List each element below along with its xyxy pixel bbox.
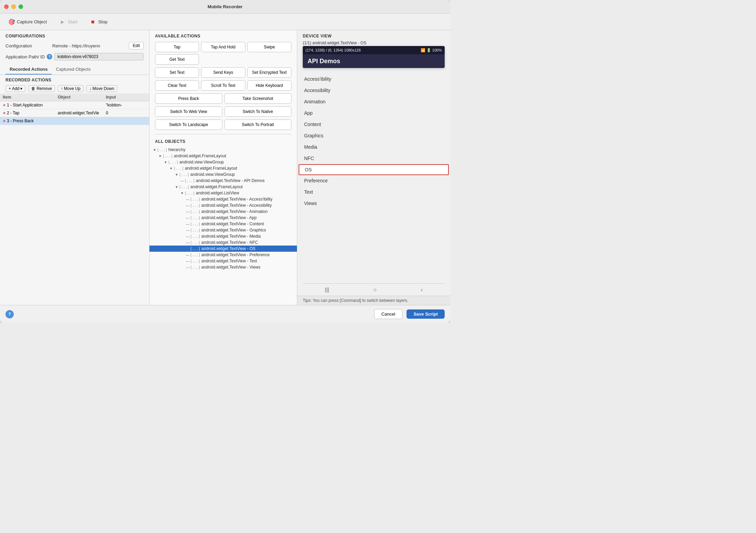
maximize-button[interactable] xyxy=(19,4,23,9)
device-list-item[interactable]: Media xyxy=(297,141,450,153)
swipe-button[interactable]: Swipe xyxy=(247,42,291,52)
move-up-button[interactable]: ↑ Move Up xyxy=(58,85,84,92)
start-button[interactable]: ▶ Start xyxy=(56,17,80,27)
tree-node[interactable]: ▼[...]android.widget.ListView xyxy=(149,190,297,196)
right-panel: DEVICE VIEW (1/1) android.widget.TextVie… xyxy=(297,30,450,305)
scroll-to-text-button[interactable]: Scroll To Text xyxy=(201,80,245,91)
table-row[interactable]: ✕ 2 - Tap android.widget.TextVie 0 xyxy=(0,109,149,117)
device-list-item[interactable]: App xyxy=(297,107,450,119)
tree-toggle-icon: — xyxy=(185,210,190,214)
move-up-label: Move Up xyxy=(64,86,80,91)
col-input: Input xyxy=(106,95,133,100)
table-header: Item Object Input xyxy=(0,93,149,101)
capture-label: Capture Object xyxy=(17,19,47,24)
tree-node[interactable]: ▼[...]android.view.ViewGroup xyxy=(149,159,297,165)
nav-back-icon[interactable]: ‹ xyxy=(421,287,422,293)
save-script-button[interactable]: Save Script xyxy=(407,309,445,319)
tab-recorded-actions[interactable]: Recorded Actions xyxy=(5,65,52,75)
device-list-item[interactable]: Accessibility xyxy=(297,85,450,96)
device-list-item[interactable]: OS xyxy=(299,164,449,175)
col-item: Item xyxy=(3,95,58,100)
remove-button[interactable]: 🗑 Remove xyxy=(28,85,55,92)
tree-node[interactable]: ▼[...]hierarchy xyxy=(149,147,297,153)
add-label: Add xyxy=(12,86,19,91)
add-button[interactable]: + Add ▾ xyxy=(5,85,25,92)
node-type-icon: [...] xyxy=(190,247,200,251)
device-list-item[interactable]: Text xyxy=(297,186,450,198)
tree-node[interactable]: —[...]android.widget.TextView - Graphics xyxy=(149,227,297,233)
device-list-item[interactable]: Preference xyxy=(297,175,450,186)
table-row[interactable]: ✕ 3 - Press Back xyxy=(0,117,149,125)
row-2-item: ✕ 2 - Tap xyxy=(3,111,58,115)
tree-node[interactable]: ▼[...]android.widget.FrameLayout xyxy=(149,165,297,171)
stop-button[interactable]: ⏹ Stop xyxy=(87,17,110,27)
move-down-button[interactable]: ↓ Move Down xyxy=(86,85,117,92)
node-label: android.widget.TextView - Animation xyxy=(201,209,268,214)
cancel-button[interactable]: Cancel xyxy=(374,309,402,319)
hide-keyboard-button[interactable]: Hide Keyboard xyxy=(247,80,291,91)
config-label: Configuration xyxy=(5,43,50,48)
help-button[interactable]: ? xyxy=(5,310,14,318)
device-list[interactable]: Access'ibilityAccessibilityAnimationAppC… xyxy=(297,71,450,283)
start-icon: ▶ xyxy=(59,19,66,25)
node-label: android.widget.ListView xyxy=(196,191,239,195)
node-type-icon: [...] xyxy=(185,191,195,195)
table-row[interactable]: ✕ 1 - Start Application "kobiton- xyxy=(0,101,149,109)
tree-toggle-icon: ▼ xyxy=(152,148,157,152)
tree-node[interactable]: —[...]android.widget.TextView - Accessib… xyxy=(149,202,297,208)
node-type-icon: [...] xyxy=(190,241,200,245)
tree-node[interactable]: —[...]android.widget.TextView - OS xyxy=(149,246,297,252)
node-type-icon: [...] xyxy=(190,210,200,214)
help-icon[interactable]: ? xyxy=(47,54,52,59)
node-type-icon: [...] xyxy=(185,179,195,183)
edit-button[interactable]: Edit xyxy=(129,42,144,49)
clear-text-button[interactable]: Clear Text xyxy=(155,80,199,91)
tree-node[interactable]: —[...]android.widget.TextView - Views xyxy=(149,264,297,270)
tree-node[interactable]: —[...]android.widget.TextView - Text xyxy=(149,258,297,264)
press-back-button[interactable]: Press Back xyxy=(155,93,222,104)
tree-node[interactable]: ▼[...]android.widget.FrameLayout xyxy=(149,153,297,159)
device-list-item[interactable]: Access'ibility xyxy=(297,73,450,85)
node-type-icon: [...] xyxy=(163,154,173,158)
switch-to-web-view-button[interactable]: Switch To Web View xyxy=(155,106,222,117)
device-list-item[interactable]: Animation xyxy=(297,96,450,107)
tree-node[interactable]: —[...]android.widget.TextView - Access'i… xyxy=(149,196,297,202)
middle-panel: AVAILABLE ACTIONS Tap Tap And Hold Swipe… xyxy=(149,30,297,305)
device-list-item[interactable]: Graphics xyxy=(297,130,450,141)
nav-menu-icon[interactable]: ||| xyxy=(325,287,329,293)
tree-node[interactable]: —[...]android.widget.TextView - App xyxy=(149,215,297,221)
capture-object-button[interactable]: 🎯 Capture Object xyxy=(5,17,49,27)
tree-node[interactable]: —[...]android.widget.TextView - Media xyxy=(149,233,297,239)
device-list-item[interactable]: NFC xyxy=(297,153,450,164)
tree-node[interactable]: —[...]android.widget.TextView - Content xyxy=(149,221,297,227)
config-grid: Configuration Remote - https://truyenn E… xyxy=(0,40,149,52)
tree-node[interactable]: ▼[...]android.widget.FrameLayout xyxy=(149,184,297,190)
nav-home-icon[interactable]: ○ xyxy=(373,287,377,293)
set-encrypted-text-button[interactable]: Set Encrypted Text xyxy=(247,67,291,78)
set-text-button[interactable]: Set Text xyxy=(155,67,199,78)
tap-and-hold-button[interactable]: Tap And Hold xyxy=(201,42,245,52)
minimize-button[interactable] xyxy=(11,4,16,9)
tap-button[interactable]: Tap xyxy=(155,42,199,52)
node-type-icon: [...] xyxy=(190,222,200,226)
send-keys-button[interactable]: Send Keys xyxy=(201,67,245,78)
row-2-input: 0 xyxy=(106,111,133,115)
main-window: Mobile Recorder 🎯 Capture Object ▶ Start… xyxy=(0,0,450,323)
get-text-button[interactable]: Get Text xyxy=(155,54,199,65)
tree-node[interactable]: ▼[...]android.view.ViewGroup xyxy=(149,171,297,178)
switch-to-portrait-button[interactable]: Switch To Portrait xyxy=(224,120,292,130)
bottom-bar: ? Cancel Save Script xyxy=(0,305,450,323)
switch-to-native-button[interactable]: Switch To Native xyxy=(224,106,292,117)
tree-node[interactable]: —[...]android.widget.TextView - Preferen… xyxy=(149,252,297,258)
tree-node[interactable]: —[...]android.widget.TextView - Animatio… xyxy=(149,208,297,215)
tree-node[interactable]: —[...]android.widget.TextView - API Demo… xyxy=(149,178,297,184)
app-path-input[interactable] xyxy=(54,53,144,60)
tree-node[interactable]: —[...]android.widget.TextView - NFC xyxy=(149,239,297,246)
switch-to-landscape-button[interactable]: Switch To Landscape xyxy=(155,120,222,130)
actions-row-2: Set Text Send Keys Set Encrypted Text xyxy=(149,66,297,79)
take-screenshot-button[interactable]: Take Screenshot xyxy=(224,93,292,104)
close-button[interactable] xyxy=(4,4,9,9)
tab-captured-objects[interactable]: Captured Objects xyxy=(52,65,95,75)
device-list-item[interactable]: Views xyxy=(297,198,450,209)
device-list-item[interactable]: Content xyxy=(297,119,450,130)
